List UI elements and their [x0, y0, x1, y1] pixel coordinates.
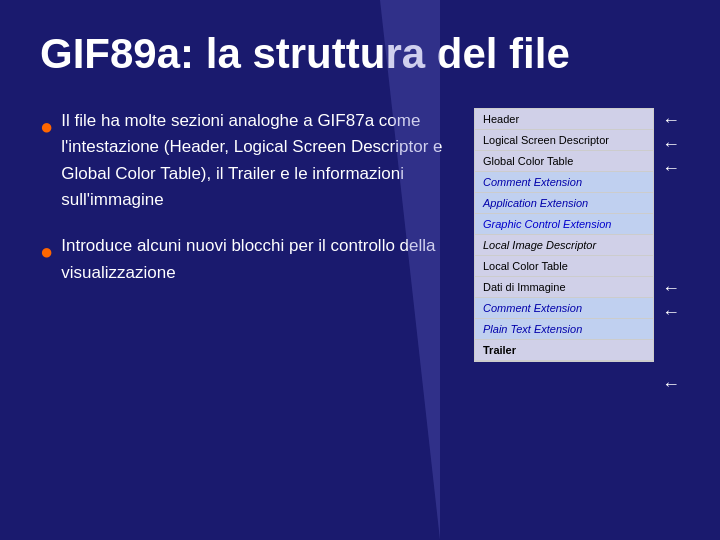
arrow-header: ←: [662, 108, 680, 132]
slide: GIF89a: la struttura del file ● Il file …: [0, 0, 720, 540]
bullet-text-2: Introduce alcuni nuovi blocchi per il co…: [61, 233, 444, 286]
struct-row-comment-ext: Comment Extension: [475, 172, 653, 193]
struct-row-dati: Dati di Immagine: [475, 277, 653, 298]
structure-table: Header Logical Screen Descriptor Global …: [474, 108, 654, 362]
arrow-trailer: ←: [662, 372, 680, 396]
list-item: ● Introduce alcuni nuovi blocchi per il …: [40, 233, 444, 286]
slide-title: GIF89a: la struttura del file: [40, 30, 680, 78]
struct-row-local-image: Local Image Descriptor: [475, 235, 653, 256]
bullet-text-1: Il file ha molte sezioni analoghe a GIF8…: [61, 108, 444, 213]
arrow-local-image: ←: [662, 252, 680, 276]
struct-row-header: Header: [475, 109, 653, 130]
bullet-icon: ●: [40, 235, 53, 268]
struct-row-global-color: Global Color Table: [475, 151, 653, 172]
arrow-dati: ←: [662, 300, 680, 324]
arrows-column: ← ← ← ← ← ← ← ← ← ← ← ←: [662, 108, 680, 396]
struct-row-local-color: Local Color Table: [475, 256, 653, 277]
arrow-comment2: ←: [662, 324, 680, 348]
struct-row-logical: Logical Screen Descriptor: [475, 130, 653, 151]
arrow-global-color: ←: [662, 156, 680, 180]
arrow-graphic-ext: ←: [662, 228, 680, 252]
structure-panel: Header Logical Screen Descriptor Global …: [474, 108, 680, 396]
struct-row-plain-text: Plain Text Extension: [475, 319, 653, 340]
arrow-comment-ext: ←: [662, 180, 680, 204]
arrow-plain-text: ←: [662, 348, 680, 372]
list-item: ● Il file ha molte sezioni analoghe a GI…: [40, 108, 444, 213]
content-area: ● Il file ha molte sezioni analoghe a GI…: [40, 108, 680, 396]
struct-row-comment2: Comment Extension: [475, 298, 653, 319]
arrow-local-color: ←: [662, 276, 680, 300]
struct-row-app-ext: Application Extension: [475, 193, 653, 214]
arrow-logical: ←: [662, 132, 680, 156]
struct-row-trailer: Trailer: [475, 340, 653, 361]
arrow-app-ext: ←: [662, 204, 680, 228]
bullet-icon: ●: [40, 110, 53, 143]
bullet-points: ● Il file ha molte sezioni analoghe a GI…: [40, 108, 444, 306]
struct-row-graphic-ext: Graphic Control Extension: [475, 214, 653, 235]
